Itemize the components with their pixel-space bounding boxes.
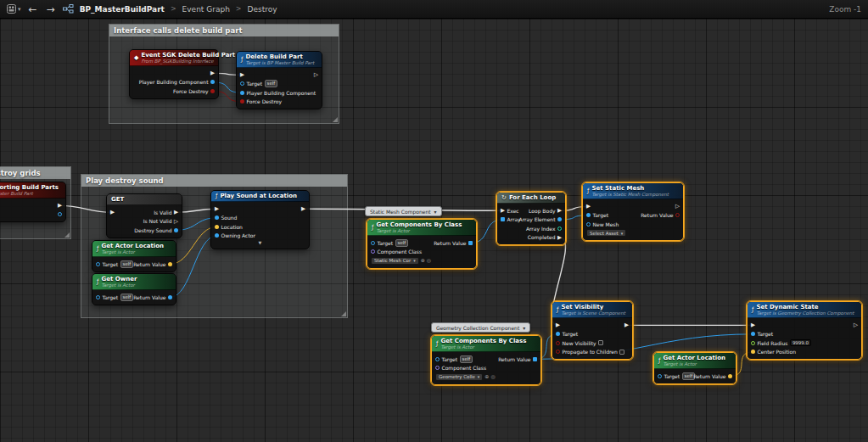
exec-pin-icon[interactable]: ▶ <box>174 210 178 215</box>
exec-pin[interactable]: ▶ <box>240 72 244 78</box>
exec-pin[interactable]: ▶ <box>210 70 215 76</box>
value-input[interactable]: 9999.0 <box>790 339 811 346</box>
exec-pin[interactable]: ▶ <box>586 204 591 210</box>
node-header[interactable]: ƒPlay Sound at Location <box>211 191 309 202</box>
object-pin-icon[interactable] <box>586 222 591 227</box>
advanced-chevron[interactable]: ▼ <box>211 240 309 246</box>
object-pin[interactable]: Targetself <box>658 372 692 380</box>
node-event_delete[interactable]: ◆Event SGK Delete Build PartFrom BP_SGKB… <box>129 49 219 99</box>
browse-icon[interactable]: ◎ <box>427 258 431 263</box>
asset-picker-button[interactable]: ▾ <box>7 4 21 14</box>
node-get_actor_location_1[interactable]: ƒGet Actor LocationTarget is ActorTarget… <box>92 240 176 272</box>
exec-pin-icon[interactable]: ▶ <box>624 322 629 328</box>
bool-pin[interactable]: New Visibility <box>556 340 603 346</box>
exec-pin[interactable]: ▷ <box>314 72 318 78</box>
class-picker-pill[interactable]: Static Mesh Component▾ <box>365 206 442 216</box>
int-pin-icon[interactable] <box>557 227 562 231</box>
bool-pin[interactable]: Return Value <box>641 212 680 218</box>
exec-pin-icon[interactable]: ▶ <box>751 322 755 328</box>
object-pin[interactable] <box>58 212 62 216</box>
object-pin-icon[interactable] <box>168 295 172 299</box>
exec-pin-icon[interactable]: ▶ <box>557 208 562 214</box>
array-pin-icon[interactable] <box>533 357 537 361</box>
object-pin-icon[interactable] <box>96 262 100 266</box>
vector-pin-icon[interactable] <box>168 262 172 266</box>
node-header[interactable]: ↻For Each Loop <box>497 193 565 204</box>
object-pin-icon[interactable] <box>435 357 440 361</box>
float-pin[interactable]: Field Radius9999.0 <box>751 339 811 346</box>
object-pin[interactable]: Target <box>751 331 773 337</box>
exec-pin[interactable]: ▶ <box>58 203 62 209</box>
node-header[interactable]: ƒSet Dynamic StateTarget is Geometry Col… <box>748 302 861 318</box>
class-picker-pill[interactable]: Geometry Collection Component▾ <box>431 322 530 333</box>
array-pin[interactable]: Array <box>501 216 518 222</box>
bool-pin-icon[interactable] <box>556 350 560 354</box>
node-foreach[interactable]: ↻For Each Loop▶Exec▶Loop BodyArrayArray … <box>496 192 566 245</box>
node-get_owner[interactable]: ƒGet OwnerTarget is ActorTargetselfRetur… <box>92 273 176 305</box>
exec-pin[interactable]: ▶ <box>751 322 755 328</box>
exec-pin-icon[interactable]: ▷ <box>854 322 858 328</box>
bool-pin-icon[interactable] <box>210 89 215 93</box>
node-header[interactable]: ƒGet Actor LocationTarget is Actor <box>654 353 736 369</box>
exec-pin[interactable]: ▶Loop Body <box>529 208 562 214</box>
node-header[interactable]: GET <box>107 194 182 205</box>
exec-pin-icon[interactable]: ▶ <box>556 322 560 328</box>
node-header[interactable]: ƒDelete Build PartTarget is BP Master Bu… <box>237 52 322 68</box>
bool-pin-icon[interactable] <box>240 99 244 104</box>
node-header[interactable]: ƒGet Components By ClassTarget is Actor <box>432 336 540 352</box>
default-value-tag[interactable]: self <box>120 294 134 301</box>
exec-pin-icon[interactable]: ▶ <box>210 70 215 76</box>
forward-button[interactable]: → <box>45 4 57 14</box>
exec-pin[interactable]: ▶Is Valid <box>154 210 178 215</box>
object-pin[interactable]: Target <box>586 212 608 218</box>
object-pin[interactable]: Array Element <box>524 216 562 222</box>
comment-title[interactable]: Play destroy sound <box>81 175 347 187</box>
node-header[interactable]: ƒGet Actor LocationTarget is Actor <box>92 241 176 257</box>
object-pin[interactable]: Player Building Component <box>240 90 313 96</box>
none-pin[interactable]: Static Mesh Cor▾⊕◎ <box>371 257 431 265</box>
class-pin-icon[interactable] <box>371 249 375 254</box>
object-pin[interactable]: Targetself <box>240 80 277 87</box>
object-pin[interactable]: Targetself <box>96 294 131 301</box>
object-pin[interactable]: Sound <box>215 215 237 221</box>
object-pin-icon[interactable] <box>751 332 755 336</box>
vector-pin-icon[interactable] <box>215 225 219 229</box>
node-header[interactable]: ƒSet VisibilityTarget is Scene Component <box>552 302 632 318</box>
node-supporting_parts[interactable]: ◆...porting Build Parts...Master Build P… <box>0 182 66 222</box>
object-pin[interactable]: Targetself <box>435 355 473 363</box>
vector-pin[interactable]: Location <box>215 224 243 230</box>
object-pin-icon[interactable] <box>58 212 62 216</box>
breadcrumb-destroy[interactable]: Destroy <box>248 5 277 14</box>
float-pin-icon[interactable] <box>751 341 755 345</box>
default-value-tag[interactable]: self <box>460 355 473 363</box>
exec-pin[interactable]: ▶ <box>556 322 560 328</box>
object-pin-icon[interactable] <box>586 213 591 217</box>
node-validated_get[interactable]: GET▶▶Is Valid▷Is Not ValidDestroy Sound <box>106 193 182 238</box>
object-pin[interactable]: Targetself <box>96 260 131 268</box>
object-pin[interactable]: Destroy Sound <box>134 227 178 233</box>
default-value-tag[interactable]: self <box>395 239 409 247</box>
exec-pin-icon[interactable]: ▶ <box>301 206 305 212</box>
array-pin[interactable]: Return Value <box>498 356 537 362</box>
chevron-down-icon[interactable]: ▾ <box>434 209 437 215</box>
node-set_visibility[interactable]: ƒSet VisibilityTarget is Scene Component… <box>552 301 633 360</box>
bool-pin-icon[interactable] <box>556 341 560 345</box>
exec-pin[interactable]: ▶Exec <box>501 208 519 214</box>
node-delete_build_part[interactable]: ƒDelete Build PartTarget is BP Master Bu… <box>236 51 322 109</box>
object-pin-icon[interactable] <box>240 81 244 86</box>
object-pin-icon[interactable] <box>371 241 375 245</box>
exec-pin-icon[interactable]: ▷ <box>675 204 680 210</box>
vector-pin-icon[interactable] <box>728 374 732 378</box>
none-pin[interactable]: Geometry Colle▾⊕◎ <box>435 373 496 381</box>
object-pin-icon[interactable] <box>210 80 215 84</box>
array-pin-icon[interactable] <box>501 217 505 221</box>
node-gcbc1[interactable]: ƒGet Components By ClassTarget is ActorT… <box>367 219 477 269</box>
bool-pin-icon[interactable] <box>675 213 680 217</box>
class-select[interactable]: Geometry Colle▾ <box>435 373 483 381</box>
object-pin-icon[interactable] <box>658 374 662 378</box>
object-pin-icon[interactable] <box>96 295 100 299</box>
node-header[interactable]: ƒGet Components By ClassTarget is Actor <box>367 220 476 236</box>
exec-pin[interactable]: ▶ <box>110 210 115 215</box>
node-play_sound[interactable]: ƒPlay Sound at Location▶▶SoundLocationOw… <box>210 190 310 249</box>
bool-pin[interactable]: Propagate to Children <box>556 349 624 355</box>
